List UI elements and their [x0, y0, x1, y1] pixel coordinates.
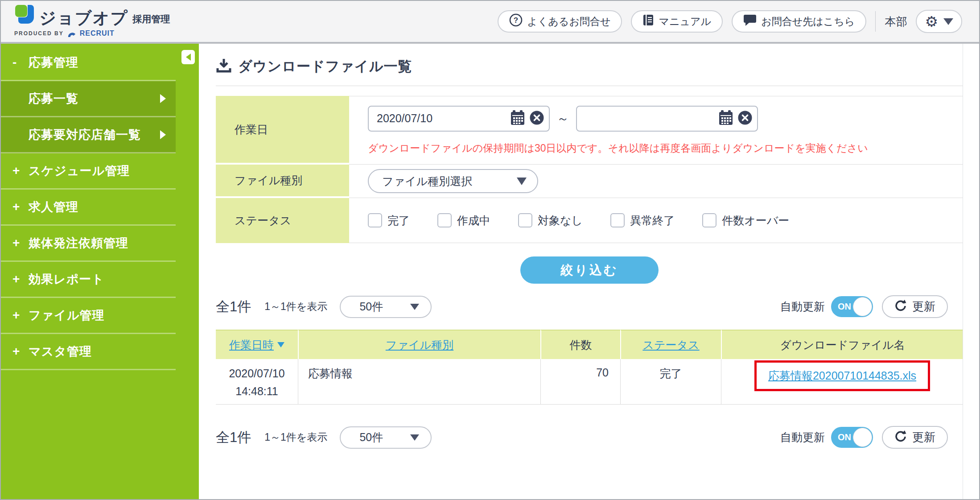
clear-date-icon[interactable]: [529, 110, 544, 127]
checkbox-label: 作成中: [457, 213, 490, 228]
results-table: 作業日時 ファイル種別 件数 ステータス ダウンロードファイル名 2020/07…: [216, 330, 963, 405]
checkbox-icon[interactable]: [702, 213, 716, 227]
chat-icon: [743, 14, 757, 29]
toggle-knob: [853, 428, 872, 447]
manual-button-label: マニュアル: [659, 15, 711, 29]
file-type-select[interactable]: ファイル種別選択: [368, 169, 538, 193]
status-checkbox-no-target[interactable]: 対象なし: [518, 213, 583, 228]
settings-menu-button[interactable]: ⚙: [916, 10, 962, 33]
calendar-icon[interactable]: [511, 110, 525, 127]
total-count: 全1件: [216, 298, 251, 316]
cell-file-name: 応募情報20200710144835.xls: [721, 359, 963, 405]
sort-link-work-datetime[interactable]: 作業日時: [229, 338, 274, 352]
download-file-link[interactable]: 応募情報20200710144835.xls: [768, 369, 916, 382]
chevron-down-icon: [410, 304, 419, 310]
expand-plus-icon: +: [12, 344, 29, 359]
chevron-right-icon: [160, 94, 166, 103]
contact-button[interactable]: お問合せ先はこちら: [732, 10, 866, 33]
sidebar-item-stores-requiring-response[interactable]: 応募要対応店舗一覧: [1, 117, 176, 153]
column-header-status: ステータス: [620, 330, 721, 359]
scrollbar-track-edge: [963, 44, 963, 499]
checkbox-icon[interactable]: [518, 213, 532, 227]
account-label: 本部: [885, 14, 907, 29]
cell-work-datetime: 2020/07/10 14:48:11: [216, 359, 298, 405]
auto-update-label: 自動更新: [780, 299, 825, 314]
sidebar-item-application-management[interactable]: - 応募管理: [1, 45, 176, 81]
page-title: ダウンロードファイル一覧: [216, 57, 963, 86]
refresh-icon: [894, 430, 907, 445]
status-checkbox-creating[interactable]: 作成中: [437, 213, 490, 228]
brand-name: ジョブオプ: [39, 10, 128, 26]
status-checkbox-completed[interactable]: 完了: [368, 213, 410, 228]
toggle-state-text: ON: [838, 432, 851, 442]
sidebar-item-effect-report[interactable]: + 効果レポート: [1, 262, 176, 298]
sort-desc-icon[interactable]: [277, 342, 284, 347]
column-header-work-datetime: 作業日時: [216, 330, 298, 359]
auto-update-label: 自動更新: [780, 430, 825, 445]
status-checkbox-abnormal-end[interactable]: 異常終了: [610, 213, 675, 228]
page-size-value: 50件: [359, 430, 383, 445]
status-checkbox-count-over[interactable]: 件数オーバー: [702, 213, 789, 228]
status-label: ステータス: [216, 198, 349, 243]
refresh-button[interactable]: 更新: [882, 295, 948, 318]
sidebar-item-job-management[interactable]: + 求人管理: [1, 190, 176, 226]
main-content: ダウンロードファイル一覧 作業日 2020/07/10: [199, 44, 979, 499]
display-range: 1～1件を表示: [264, 430, 327, 444]
book-icon: [642, 14, 654, 29]
sidebar-item-label: 応募一覧: [29, 91, 78, 107]
produced-by-label: PRODUCED BY: [14, 30, 64, 37]
sidebar-item-file-management[interactable]: + ファイル管理: [1, 298, 176, 334]
file-type-selected-value: ファイル種別選択: [382, 174, 472, 189]
sort-link-status[interactable]: ステータス: [642, 338, 699, 352]
clear-date-icon[interactable]: [737, 110, 753, 127]
list-controls-top: 全1件 1～1件を表示 50件 自動更新 ON: [216, 295, 963, 318]
chevron-down-icon: [410, 434, 419, 441]
checkbox-icon[interactable]: [610, 213, 625, 227]
checkbox-icon[interactable]: [368, 213, 382, 227]
date-to-input[interactable]: [576, 106, 758, 132]
manual-button[interactable]: マニュアル: [631, 10, 723, 33]
sidebar-item-label: 媒体発注依頼管理: [29, 235, 128, 251]
sidebar-item-application-list[interactable]: 応募一覧: [1, 81, 176, 117]
checkbox-label: 異常終了: [630, 213, 675, 228]
sidebar-item-label: 求人管理: [29, 199, 78, 215]
filter-submit-button[interactable]: 絞り込む: [520, 256, 659, 284]
recruit-logo-icon: [67, 28, 76, 39]
sidebar-collapse-button[interactable]: [181, 50, 195, 64]
recruit-logo-text: RECRUIT: [80, 29, 115, 37]
date-from-value: 2020/07/10: [377, 112, 506, 125]
refresh-button[interactable]: 更新: [882, 426, 948, 449]
filter-panel: 作業日 2020/07/10: [216, 96, 963, 243]
list-controls-bottom: 全1件 1～1件を表示 50件 自動更新 ON: [216, 426, 963, 449]
auto-update-toggle[interactable]: ON: [831, 427, 873, 448]
date-from-input[interactable]: 2020/07/10: [368, 106, 550, 132]
file-type-label: ファイル種別: [216, 165, 349, 198]
page-title-text: ダウンロードファイル一覧: [238, 57, 412, 76]
sidebar-item-master-management[interactable]: + マスタ管理: [1, 334, 176, 370]
sidebar-item-media-order-management[interactable]: + 媒体発注依頼管理: [1, 226, 176, 262]
top-header: ジョブオプ 採用管理 PRODUCED BY RECRUIT ?: [1, 1, 979, 44]
refresh-button-label: 更新: [912, 430, 935, 445]
sidebar-item-label: 応募管理: [29, 54, 78, 70]
cell-status: 完了: [620, 359, 721, 405]
cell-file-type: 応募情報: [298, 359, 540, 405]
calendar-icon[interactable]: [719, 110, 733, 127]
faq-button[interactable]: ? よくあるお問合せ: [498, 10, 622, 33]
refresh-button-label: 更新: [912, 299, 935, 314]
total-count: 全1件: [216, 428, 251, 447]
expand-plus-icon: +: [12, 236, 29, 250]
jobop-logo-icon: [14, 4, 35, 26]
expand-plus-icon: +: [12, 164, 29, 178]
sidebar-item-label: マスタ管理: [29, 343, 92, 360]
auto-update-toggle[interactable]: ON: [831, 296, 873, 317]
sidebar-item-schedule-management[interactable]: + スケジュール管理: [1, 153, 176, 190]
page-size-select[interactable]: 50件: [340, 426, 432, 449]
sort-link-file-type[interactable]: ファイル種別: [386, 338, 453, 352]
header-divider: [875, 11, 876, 32]
checkbox-icon[interactable]: [437, 213, 452, 227]
column-header-file-type: ファイル種別: [298, 330, 540, 359]
cell-count: 70: [540, 359, 620, 405]
checkbox-label: 件数オーバー: [722, 213, 789, 228]
page-size-select[interactable]: 50件: [340, 296, 432, 318]
expand-plus-icon: +: [12, 308, 29, 322]
